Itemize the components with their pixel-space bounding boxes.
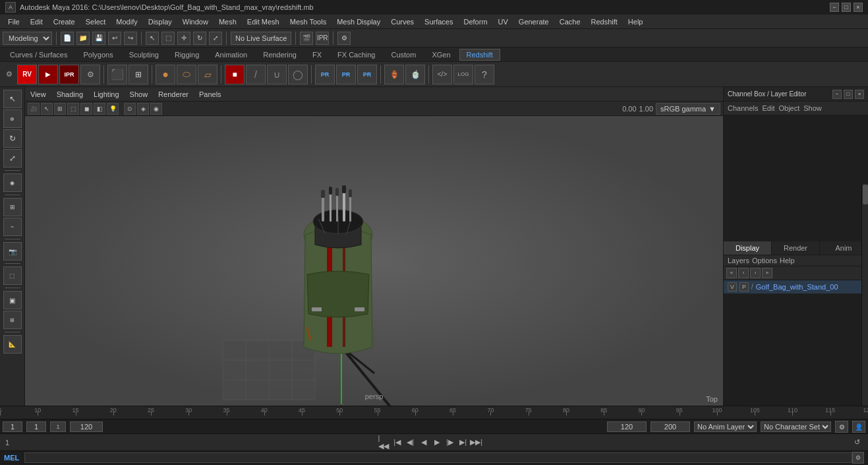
- layer-arrow-dbl-right[interactable]: »: [762, 268, 772, 278]
- render-button[interactable]: 🎬: [300, 32, 313, 45]
- right-scrollbar[interactable]: [861, 184, 868, 406]
- module-xgen[interactable]: XGen: [424, 49, 457, 61]
- channel-box-collapse-btn[interactable]: −: [832, 90, 842, 99]
- menu-window[interactable]: Window: [177, 16, 214, 27]
- grid-display-tool[interactable]: ⊞: [3, 311, 22, 329]
- vp-select-btn[interactable]: ↖: [41, 103, 53, 115]
- pb-prev-frame-btn[interactable]: ◀|: [405, 437, 417, 449]
- pb-prev-key-btn[interactable]: |◀: [391, 437, 403, 449]
- menu-select[interactable]: Select: [80, 16, 111, 27]
- menu-mesh-tools[interactable]: Mesh Tools: [285, 16, 332, 27]
- shelf-cylinder-button[interactable]: ⬭: [177, 65, 196, 84]
- settings-button[interactable]: ⚙: [337, 32, 351, 45]
- vp-menu-show[interactable]: Show: [127, 89, 151, 100]
- module-fx[interactable]: FX: [305, 49, 329, 61]
- menu-uv[interactable]: UV: [493, 16, 513, 27]
- shelf-render-button[interactable]: ▶: [38, 65, 58, 84]
- shelf-cube-button[interactable]: ⬛: [107, 65, 127, 84]
- menu-help[interactable]: Help: [623, 16, 649, 27]
- timeline-ruler[interactable]: 5101520253035404550556065707580859095100…: [0, 406, 868, 419]
- shelf-log-button[interactable]: LOG: [453, 65, 473, 84]
- menu-display[interactable]: Display: [143, 16, 177, 27]
- cb-tab-show[interactable]: Show: [803, 104, 822, 112]
- close-button[interactable]: ×: [854, 3, 863, 12]
- menu-redshift[interactable]: Redshift: [586, 16, 623, 27]
- cmd-input[interactable]: [24, 452, 852, 463]
- camera-tool[interactable]: 📷: [3, 242, 22, 261]
- layer-arrow-left[interactable]: ‹: [738, 268, 749, 278]
- frame-input-2[interactable]: [26, 421, 46, 432]
- lt2-layers[interactable]: Layers: [728, 257, 749, 264]
- vp-menu-lighting[interactable]: Lighting: [91, 89, 122, 100]
- vp-wireframe-btn[interactable]: ⬚: [67, 103, 79, 115]
- layer-visibility-toggle[interactable]: V: [728, 282, 737, 292]
- cb-tab-object[interactable]: Object: [778, 104, 799, 112]
- cb-tab-edit[interactable]: Edit: [762, 104, 774, 112]
- layer-item[interactable]: V P / Golf_Bag_with_Stand_00: [724, 280, 868, 294]
- vp-light-btn[interactable]: 💡: [107, 103, 119, 115]
- select-tool-button[interactable]: ↖: [146, 32, 159, 45]
- pb-next-key-btn[interactable]: ▶|: [457, 437, 469, 449]
- dt-display[interactable]: Display: [724, 241, 772, 255]
- menu-mesh[interactable]: Mesh: [214, 16, 242, 27]
- shelf-rv-button[interactable]: RV: [17, 65, 37, 84]
- menu-cache[interactable]: Cache: [554, 16, 586, 27]
- pb-next-frame-btn[interactable]: |▶: [444, 437, 456, 449]
- pb-play-back-btn[interactable]: ◀: [418, 437, 430, 449]
- vp-xray-btn[interactable]: ◈: [137, 103, 149, 115]
- shelf-sphere-button[interactable]: ●: [156, 65, 175, 84]
- layer-arrow-dbl-left[interactable]: «: [726, 268, 737, 278]
- vp-menu-view[interactable]: View: [28, 89, 49, 100]
- soft-select-tool[interactable]: ◉: [3, 173, 22, 192]
- range-end-3-input[interactable]: [651, 421, 690, 432]
- shelf-pr3-button[interactable]: PR: [357, 65, 377, 84]
- no-live-surface-button[interactable]: No Live Surface: [231, 32, 291, 45]
- module-animation[interactable]: Animation: [208, 49, 254, 61]
- measure-tool[interactable]: 📐: [3, 335, 22, 354]
- shelf-curve-button[interactable]: ∪: [267, 65, 287, 84]
- menu-edit[interactable]: Edit: [25, 16, 48, 27]
- menu-curves[interactable]: Curves: [386, 16, 419, 27]
- snap-to-curve-tool[interactable]: ~: [3, 218, 22, 236]
- select-arrow-tool[interactable]: ↖: [3, 90, 22, 108]
- shelf-ipr-button[interactable]: IPR: [59, 65, 79, 84]
- snap-to-grid-tool[interactable]: ⊞: [3, 198, 22, 216]
- layer-arrow-right[interactable]: ›: [750, 268, 761, 278]
- maximize-button[interactable]: □: [842, 3, 851, 12]
- vp-smooth-btn[interactable]: ◉: [150, 103, 162, 115]
- vp-isolate-btn[interactable]: ⊙: [124, 103, 136, 115]
- module-curves[interactable]: Curves / Surfaces: [3, 49, 74, 61]
- workspace-selector[interactable]: Modeling: [3, 32, 52, 45]
- pb-loop-btn[interactable]: ↺: [851, 437, 863, 449]
- channel-box-expand-btn[interactable]: □: [844, 90, 853, 99]
- vp-grid-btn[interactable]: ⊞: [54, 103, 66, 115]
- char-set-selector[interactable]: No Character Set: [761, 421, 831, 432]
- pb-play-fwd-btn[interactable]: ▶: [431, 437, 443, 449]
- anim-settings-btn[interactable]: ⚙: [835, 421, 848, 433]
- save-scene-button[interactable]: 💾: [92, 32, 105, 45]
- shelf-pr2-button[interactable]: PR: [336, 65, 356, 84]
- vp-gamma-selector[interactable]: sRGB gamma ▼: [656, 103, 720, 115]
- range-end-input[interactable]: [70, 421, 103, 432]
- shelf-grid-button[interactable]: ⊞: [129, 65, 148, 84]
- lt2-help[interactable]: Help: [780, 257, 795, 264]
- layer-playback-toggle[interactable]: P: [739, 282, 749, 292]
- vp-menu-panels[interactable]: Panels: [196, 89, 224, 100]
- shelf-obj1-button[interactable]: 🏺: [384, 65, 404, 84]
- shelf-settings-icon[interactable]: ⚙: [3, 65, 16, 84]
- dt-render[interactable]: Render: [772, 241, 820, 255]
- open-scene-button[interactable]: 📁: [76, 32, 90, 45]
- cb-tab-channels[interactable]: Channels: [728, 104, 758, 112]
- shelf-red-cube-button[interactable]: ■: [225, 65, 245, 84]
- menu-create[interactable]: Create: [48, 16, 80, 27]
- new-scene-button[interactable]: 📄: [61, 32, 74, 45]
- module-fxcaching[interactable]: FX Caching: [330, 49, 382, 61]
- module-rigging[interactable]: Rigging: [167, 49, 206, 61]
- minimize-button[interactable]: −: [830, 3, 839, 12]
- menu-mesh-display[interactable]: Mesh Display: [332, 16, 386, 27]
- channel-box-close-btn[interactable]: ×: [855, 90, 864, 99]
- scale-tool[interactable]: ⤢: [3, 149, 22, 168]
- lt2-options[interactable]: Options: [752, 257, 777, 264]
- move-tool-button[interactable]: ✛: [177, 32, 190, 45]
- render-region-tool[interactable]: ▣: [3, 291, 22, 309]
